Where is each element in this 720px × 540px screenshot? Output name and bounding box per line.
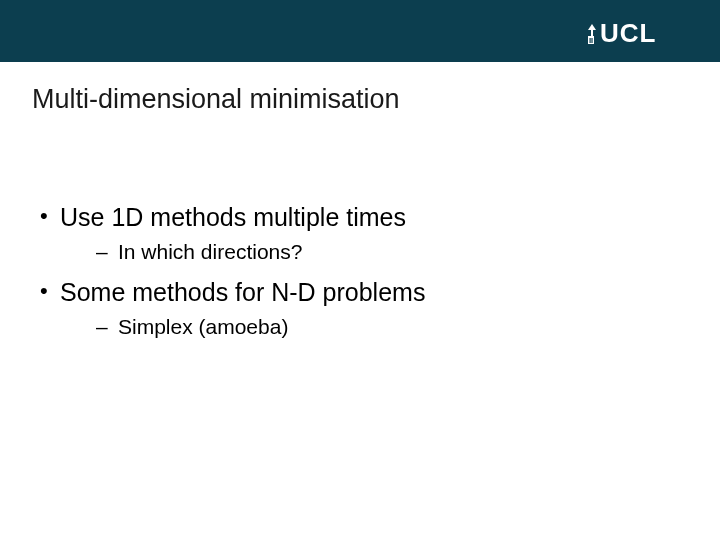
bullet-item: Use 1D methods multiple times In which d… — [32, 203, 720, 264]
svg-rect-3 — [591, 38, 592, 43]
svg-rect-0 — [588, 36, 594, 44]
bullet-text: Use 1D methods multiple times — [60, 203, 406, 231]
logo-text: UCL — [600, 18, 656, 46]
sub-bullet-text: Simplex (amoeba) — [118, 315, 288, 338]
slide-content: Use 1D methods multiple times In which d… — [0, 115, 720, 339]
sub-bullet-text: In which directions? — [118, 240, 302, 263]
sub-bullet-item: In which directions? — [60, 240, 720, 264]
slide-title: Multi-dimensional minimisation — [0, 62, 720, 115]
bullet-text: Some methods for N-D problems — [60, 278, 425, 306]
sub-bullet-item: Simplex (amoeba) — [60, 315, 720, 339]
bullet-item: Some methods for N-D problems Simplex (a… — [32, 278, 720, 339]
svg-rect-2 — [590, 38, 591, 43]
slide-header: UCL — [0, 0, 720, 62]
svg-rect-1 — [591, 30, 593, 36]
ucl-logo: UCL — [588, 16, 698, 46]
